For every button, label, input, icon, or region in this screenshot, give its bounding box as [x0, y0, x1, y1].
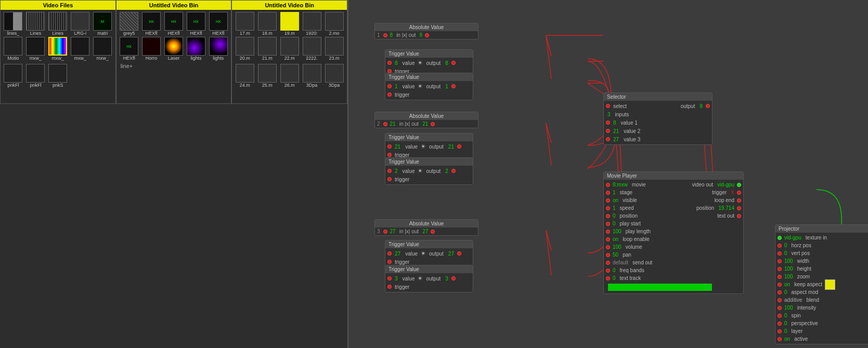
list-item[interactable]: 17.m [234, 12, 255, 36]
mp-volume-port[interactable] [606, 245, 610, 249]
abs1-in-port[interactable] [383, 33, 387, 37]
mp-sendout-port[interactable] [606, 261, 610, 265]
list-item[interactable]: 24.m [234, 64, 255, 88]
proj-horzpos-port[interactable] [778, 244, 782, 248]
list-item[interactable]: mxw_ [70, 37, 91, 61]
trig3b-out-port[interactable] [451, 276, 456, 280]
proj-vertpos-port[interactable] [778, 251, 782, 256]
list-item[interactable]: Lines [47, 12, 69, 36]
list-item[interactable]: 3Dpa [323, 64, 345, 88]
list-item[interactable]: 26.m [279, 64, 300, 88]
list-item[interactable]: 18.m [256, 12, 278, 36]
list-item[interactable]: mxw_ [92, 37, 113, 61]
list-item[interactable]: lights [208, 37, 229, 61]
list-item[interactable]: Motio [3, 37, 24, 61]
trig2a-out-port[interactable] [457, 144, 461, 149]
sel-val2-port[interactable] [606, 129, 610, 133]
list-item[interactable]: pnkFl [3, 64, 24, 88]
sel-val3-port[interactable] [606, 137, 610, 141]
list-item[interactable]: Lines [25, 12, 46, 36]
list-item[interactable]: 25.m [256, 64, 278, 88]
list-item[interactable]: 19.m [279, 12, 300, 36]
proj-spin-port[interactable] [778, 314, 782, 318]
trig2a-val-port[interactable] [387, 144, 392, 149]
list-item[interactable]: HXHEXfl [208, 12, 229, 36]
item-label: pnkS [53, 83, 63, 88]
trig2a-trigger-port[interactable] [387, 153, 392, 157]
list-item[interactable]: 23.m [323, 37, 345, 61]
list-item[interactable]: HXHEXfl [141, 12, 162, 36]
trig1a-out-port[interactable] [451, 61, 456, 65]
list-item[interactable]: Horro [141, 37, 162, 61]
abs1-out-port[interactable] [425, 33, 429, 37]
list-item[interactable]: mxw_ [47, 37, 69, 61]
trig2b-val-port[interactable] [387, 169, 392, 173]
proj-perspective-port[interactable] [778, 322, 782, 326]
proj-aspectmod-port[interactable] [778, 290, 782, 295]
proj-layer-port[interactable] [778, 329, 782, 333]
proj-intensity-port[interactable] [778, 306, 782, 310]
proj-keepaspect-port[interactable] [778, 283, 782, 287]
trig1b-out-port[interactable] [451, 84, 456, 88]
mp-playstart-port[interactable] [606, 222, 610, 226]
mp-pos-port[interactable] [737, 206, 741, 210]
sel-output-port[interactable] [706, 104, 710, 108]
sel-select-port[interactable] [606, 104, 610, 108]
mp-freqbands-port[interactable] [606, 269, 610, 273]
trig3b-trigger-port[interactable] [387, 285, 392, 289]
list-item[interactable]: Laser [163, 37, 185, 61]
trig1a-val-port[interactable] [387, 61, 392, 65]
list-item[interactable]: Mmatri [92, 12, 113, 36]
mp-speed-port[interactable] [606, 206, 610, 210]
abs2-in-port[interactable] [383, 122, 387, 126]
abs3-out-port[interactable] [431, 230, 435, 234]
trig1b-val-port[interactable] [387, 84, 392, 88]
mp-posfield-port[interactable] [606, 214, 610, 218]
proj-zoom-port[interactable] [778, 275, 782, 279]
list-item[interactable]: pnkFl [25, 64, 46, 88]
list-item[interactable]: HXHEXfl [185, 12, 206, 36]
abs2-out-port[interactable] [431, 122, 435, 126]
mp-textout-port[interactable] [737, 214, 741, 218]
list-item[interactable]: HXHEXfl [163, 12, 185, 36]
list-item[interactable]: LRG-i [70, 12, 91, 36]
abs3-in-port[interactable] [383, 230, 387, 234]
mp-visible-port[interactable] [606, 198, 610, 203]
trig3a-trigger-port[interactable] [387, 260, 392, 264]
mp-texttrack-port[interactable] [606, 276, 610, 280]
list-item[interactable]: 21.m [256, 37, 278, 61]
list-item[interactable]: 2222. [301, 37, 322, 61]
list-item[interactable]: pnkS [47, 64, 69, 88]
list-item[interactable]: lines_ [3, 12, 24, 36]
mp-loopend-port[interactable] [737, 198, 741, 203]
list-item[interactable]: mxw_ [25, 37, 46, 61]
proj-active-port[interactable] [778, 337, 782, 341]
mp-trigger-port[interactable] [737, 191, 741, 195]
mp-movie-port[interactable] [606, 183, 610, 187]
proj-width-port[interactable] [778, 259, 782, 263]
trig3b-val-port[interactable] [387, 276, 392, 280]
mp-stage-port[interactable] [606, 191, 610, 195]
trig3a-out-port[interactable] [457, 251, 461, 256]
mp-playlength-port[interactable] [606, 230, 610, 234]
mp-pan-port[interactable] [606, 253, 610, 257]
list-item[interactable]: grey5 [119, 12, 140, 36]
list-item[interactable]: 3Dpa [301, 64, 322, 88]
trig1b-trigger-port[interactable] [387, 92, 392, 97]
mp-loopenable-port[interactable] [606, 237, 610, 242]
proj-texin-port[interactable] [778, 236, 782, 240]
list-item[interactable]: HXHEXfl [119, 37, 140, 61]
sel-val1-port[interactable] [606, 121, 610, 125]
list-item[interactable]: lights [185, 37, 206, 61]
list-item[interactable]: 22.m [279, 37, 300, 61]
proj-height-port[interactable] [778, 267, 782, 271]
trig2b-trigger-port[interactable] [387, 177, 392, 181]
mp-vidout-port[interactable] [737, 183, 741, 187]
proj-blend-port[interactable] [778, 298, 782, 302]
list-item[interactable]: 2.mo [323, 12, 345, 36]
trig3a-val-port[interactable] [387, 251, 392, 256]
trig2b-out-port[interactable] [451, 169, 456, 173]
list-item[interactable]: 20.m [234, 37, 255, 61]
list-item[interactable]: 1920: [301, 12, 322, 36]
movie-row-playstart: 0 play start [606, 220, 741, 227]
